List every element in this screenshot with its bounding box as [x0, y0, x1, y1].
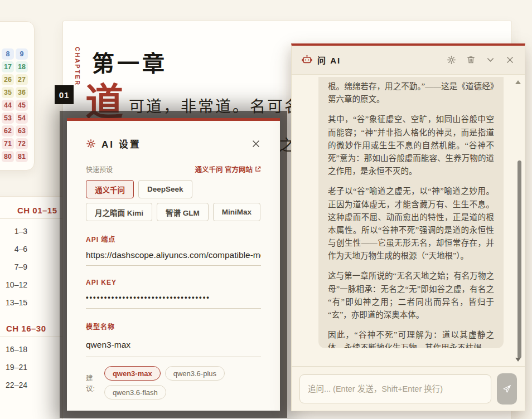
gear-icon — [447, 55, 456, 65]
toc-card: CH 01–15 1–34–67–910–1213–15 CH 16–30 16… — [0, 196, 72, 419]
chapter-number-cell[interactable]: 36 — [16, 87, 28, 98]
preset-button[interactable]: 月之暗面 Kimi — [86, 203, 152, 221]
toc-item[interactable]: 16–18 — [0, 340, 27, 358]
preset-button[interactable]: 智谱 GLM — [157, 203, 209, 221]
toc-item[interactable]: 13–15 — [0, 294, 27, 311]
send-icon — [502, 384, 512, 394]
ai-message-paragraph: 其中，“谷”象征虚空、空旷，如同山谷般中空而能容；“神”并非指人格化的神灵，而是… — [328, 113, 494, 178]
external-link-icon — [255, 166, 261, 172]
chat-message-area: 根。绵绵若存，用之不勤。”——这是《道德经》第六章的原文。其中，“谷”象征虚空、… — [292, 77, 525, 366]
divider — [0, 337, 72, 337]
suggestion-pill-group: qwen3-max qwen3.6-plus qwen3.6-flash — [104, 366, 261, 399]
toc-item[interactable]: 10–12 — [0, 276, 27, 294]
modal-title: AI 设置 — [101, 137, 141, 150]
close-icon — [505, 55, 515, 65]
clear-chat-button[interactable] — [466, 55, 476, 65]
ai-message-paragraph: 因此，“谷神不死”可理解为：道以其虚静之体，永续不断地化生万物，其作用永不枯竭。 — [328, 329, 494, 348]
api-endpoint-label: API 端点 — [86, 234, 261, 243]
toc-item-list: 1–34–67–910–1213–15 — [0, 222, 27, 311]
chapter-number-cell[interactable]: 80 — [2, 151, 14, 162]
send-button[interactable] — [497, 373, 517, 405]
toc-item[interactable]: 1–3 — [0, 222, 27, 240]
robot-icon — [302, 55, 312, 65]
chapter-number-cell[interactable]: 63 — [16, 125, 28, 137]
ask-ai-panel: 问 AI 根。绵绵若存，用之不勤。”——这是《道德经》第六章的原文。其中，“ — [291, 43, 525, 411]
chapter-number-cell[interactable]: 35 — [2, 87, 14, 98]
chapter-number-cell[interactable]: 81 — [16, 151, 28, 162]
gear-icon — [86, 139, 96, 149]
chat-input-bar — [292, 366, 525, 411]
toc-section-title: CH 01–15 — [17, 206, 57, 215]
chapter-number-cell[interactable]: 62 — [2, 125, 14, 137]
toc-item[interactable]: 22–24 — [0, 376, 27, 394]
model-suggestion-pill[interactable]: qwen3-max — [104, 366, 161, 381]
toc-section-title: CH 16–30 — [6, 324, 46, 333]
chapter-title: 第一章 — [92, 46, 167, 78]
chapter-number-cell[interactable]: 9 — [16, 48, 28, 60]
chat-input[interactable] — [299, 374, 491, 403]
close-panel-button[interactable] — [505, 55, 515, 65]
toc-item[interactable]: 7–9 — [0, 258, 27, 276]
model-suggestion-pill[interactable]: qwen3.6-flash — [104, 385, 166, 399]
chapter-label-vertical: CHAPTER — [74, 47, 81, 86]
chapter-number-cell[interactable]: 44 — [2, 100, 14, 111]
chapter-number-cell[interactable]: 71 — [2, 138, 14, 149]
chapter-number-cell[interactable]: 45 — [16, 100, 28, 111]
toc-item[interactable]: 4–6 — [0, 240, 27, 258]
api-key-field[interactable] — [86, 291, 261, 309]
suggestion-label: 建议: — [86, 372, 99, 393]
api-key-label: API KEY — [86, 279, 261, 286]
ai-settings-button[interactable] — [447, 55, 456, 65]
chapter-number-cell[interactable]: 27 — [16, 74, 28, 85]
preset-button[interactable]: 通义千问 — [86, 180, 134, 198]
ai-message-paragraph: 根。绵绵若存，用之不勤。”——这是《道德经》第六章的原文。 — [328, 80, 494, 106]
chapter-number-cell[interactable]: 17 — [2, 61, 14, 72]
quick-preset-label: 快速预设 — [86, 164, 113, 174]
scroll-up-arrow[interactable] — [515, 80, 521, 84]
api-endpoint-field[interactable] — [86, 248, 261, 266]
modal-close-button[interactable] — [251, 139, 261, 149]
chapter-number-cell[interactable]: 54 — [16, 113, 28, 124]
chapter-number-cell[interactable]: 26 — [2, 74, 14, 85]
chapter-number-cell[interactable]: 53 — [2, 113, 14, 124]
scroll-down-arrow[interactable] — [515, 358, 521, 362]
scrollbar-thumb[interactable] — [518, 160, 521, 358]
collapse-panel-button[interactable] — [486, 55, 495, 65]
ai-settings-modal: AI 设置 快速预设 通义千问 官方网站 通义千问 DeepSeek — [67, 118, 280, 411]
app-stage: 8 9 17 18 26 27 35 36 44 45 53 54 — [0, 0, 532, 419]
trash-icon — [466, 55, 476, 65]
toc-item[interactable]: 19–21 — [0, 358, 27, 376]
close-icon — [251, 139, 261, 149]
provider-website-link[interactable]: 通义千问 官方网站 — [195, 164, 261, 174]
ai-message-paragraph: 这与第一章所说的“无名天地之始；有名万物之母”一脉相承：无名之“无”即如谷之虚，… — [328, 270, 494, 321]
chapter-number-cell[interactable]: 8 — [2, 48, 14, 60]
ai-message-paragraph: 老子以“谷”喻道之虚无，以“神”喻道之妙用。正因为道体虚无，才能含藏万有、生生不… — [328, 185, 494, 262]
chapter-number-cell[interactable]: 72 — [16, 138, 28, 149]
preset-button[interactable]: MiniMax — [213, 203, 260, 221]
divider — [0, 218, 72, 219]
ask-ai-title: 问 AI — [317, 54, 341, 66]
ai-message-bubble: 根。绵绵若存，用之不勤。”——这是《道德经》第六章的原文。其中，“谷”象征虚空、… — [318, 77, 504, 348]
ask-ai-header: 问 AI — [292, 46, 525, 75]
provider-link-text: 通义千问 官方网站 — [195, 164, 253, 174]
dropcap-character: 道 — [85, 84, 123, 121]
model-suggestion-pill[interactable]: qwen3.6-plus — [165, 366, 225, 381]
toc-item-list: 16–1819–2122–24 — [0, 340, 27, 394]
chapter-number-badge: 01 — [55, 85, 74, 104]
model-name-field[interactable] — [86, 335, 261, 357]
chapter-grid: 8 9 17 18 26 27 35 36 44 45 53 54 — [2, 48, 28, 162]
preset-button[interactable]: DeepSeek — [138, 180, 192, 198]
model-name-label: 模型名称 — [86, 321, 261, 331]
chapter-grid-card: 8 9 17 18 26 27 35 36 44 45 53 54 — [0, 21, 35, 170]
preset-button-group: 通义千问 DeepSeek 月之暗面 Kimi 智谱 GLM MiniMax — [86, 180, 261, 221]
chevron-down-icon — [486, 55, 495, 65]
chapter-number-cell[interactable]: 18 — [16, 61, 28, 72]
